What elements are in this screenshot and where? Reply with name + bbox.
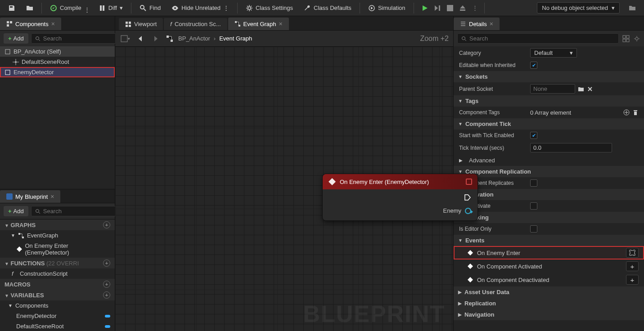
close-icon[interactable]: ×	[279, 20, 283, 27]
event-icon	[467, 277, 473, 283]
save-button[interactable]	[4, 3, 20, 13]
tree-item-enemy-detector[interactable]: EnemyDetector	[0, 67, 115, 77]
section-asset-user-data[interactable]: ▶Asset User Data	[454, 286, 644, 298]
graph-icon	[234, 21, 241, 27]
add-component-button[interactable]: +Add	[4, 33, 28, 44]
tab-construction-script[interactable]: f Construction Sc...	[164, 18, 227, 30]
debug-object-dropdown[interactable]: No debug object selected ▾	[537, 2, 620, 13]
clear-icon[interactable]	[587, 86, 593, 92]
bp-item-on-enemy-enter[interactable]: On Enemy Enter (EnemyDetector)	[0, 241, 115, 258]
add-element-button[interactable]	[623, 109, 630, 116]
parent-socket-field[interactable]: None	[530, 84, 575, 94]
tree-item-default-scene-root[interactable]: DefaultSceneRoot	[0, 57, 115, 67]
svg-point-8	[36, 36, 39, 40]
find-button[interactable]: Find	[135, 3, 165, 13]
close-icon[interactable]: ×	[51, 20, 55, 27]
browse-icon[interactable]	[578, 86, 584, 92]
components-search-input[interactable]	[43, 35, 119, 42]
property-matrix-button[interactable]	[621, 34, 630, 43]
simulation-button[interactable]: Simulation	[364, 3, 410, 13]
play-button[interactable]	[419, 3, 430, 13]
tab-viewport[interactable]: Viewport	[119, 18, 163, 30]
event-node-on-enemy-enter[interactable]: On Enemy Enter (EnemyDetector) Enemy	[322, 174, 478, 221]
compile-icon	[50, 4, 57, 12]
tab-event-graph[interactable]: Event Graph ×	[228, 18, 289, 30]
add-event-button[interactable]: +	[626, 261, 639, 271]
editor-only-checkbox[interactable]	[530, 225, 537, 233]
breakpoint-toggle[interactable]	[466, 179, 472, 185]
components-icon	[6, 21, 13, 27]
class-settings-button[interactable]: Class Settings	[241, 3, 297, 13]
start-tick-checkbox[interactable]	[530, 132, 537, 139]
bp-item-eventgraph[interactable]: ▼ EventGraph	[0, 230, 115, 241]
var-enemy-detector[interactable]: EnemyDetector	[0, 311, 115, 321]
play-options-button[interactable]: ⋮	[470, 3, 481, 13]
breadcrumb[interactable]: BP_AnActor › Event Graph	[178, 35, 252, 42]
section-activation[interactable]: ▼Activation	[454, 189, 644, 200]
section-component-replication[interactable]: ▼Component Replication	[454, 166, 644, 177]
stop-icon	[447, 5, 453, 11]
section-tags[interactable]: ▼Tags	[454, 95, 644, 107]
editable-inherited-checkbox[interactable]	[530, 62, 537, 69]
section-replication[interactable]: ▶Replication	[454, 298, 644, 309]
section-graphs[interactable]: ▼ GRAPHS +	[0, 219, 115, 230]
add-graph-button[interactable]: +	[103, 221, 110, 228]
browse-button[interactable]	[22, 3, 38, 13]
diff-label: Diff	[108, 4, 117, 11]
section-events[interactable]: ▼Events	[454, 235, 644, 246]
add-new-button[interactable]: +Add	[4, 206, 28, 216]
bp-item-construction-script[interactable]: f ConstructionScript	[0, 268, 115, 279]
step-button[interactable]	[432, 3, 443, 13]
view-event-button[interactable]	[626, 248, 639, 258]
nav-back-button[interactable]	[135, 33, 146, 44]
browse-to-asset-button[interactable]	[624, 3, 640, 13]
compile-button[interactable]: Compile ⋮	[45, 3, 92, 13]
section-navigation[interactable]: ▶Navigation	[454, 309, 644, 320]
gear-icon[interactable]	[633, 35, 640, 42]
section-functions[interactable]: ▼ FUNCTIONS (22 OVERRI +	[0, 258, 115, 268]
section-advanced[interactable]: ▶Advanced	[454, 154, 644, 166]
nav-forward-button[interactable]	[150, 33, 161, 44]
output-pin-enemy[interactable]: Enemy	[443, 207, 471, 214]
tree-item-root[interactable]: BP_AnActor (Self)	[0, 46, 115, 57]
tab-my-blueprint[interactable]: My Blueprint ×	[0, 190, 60, 203]
event-graph-canvas[interactable]: On Enemy Enter (EnemyDetector) Enemy BLU…	[115, 47, 453, 331]
prop-start-tick-label: Start with Tick Enabled	[459, 132, 527, 139]
category-dropdown[interactable]: Default▾	[530, 48, 577, 58]
diff-button[interactable]: Diff ▾	[94, 3, 127, 13]
search-icon	[35, 36, 41, 41]
svg-rect-30	[623, 39, 626, 42]
section-cooking[interactable]: ▼Cooking	[454, 212, 644, 223]
var-default-scene-root[interactable]: DefaultSceneRoot	[0, 321, 115, 331]
exec-out-pin[interactable]	[464, 194, 471, 201]
graph-menu-button[interactable]: ▾	[120, 33, 131, 44]
svg-point-27	[462, 36, 465, 40]
add-macro-button[interactable]: +	[103, 281, 110, 288]
auto-activate-checkbox[interactable]	[530, 202, 537, 210]
svg-rect-31	[626, 39, 629, 42]
section-sockets[interactable]: ▼Sockets	[454, 71, 644, 82]
close-icon[interactable]: ×	[50, 193, 54, 200]
myblueprint-search-input[interactable]	[43, 208, 119, 215]
class-defaults-button[interactable]: Class Defaults	[299, 3, 356, 13]
hide-unrelated-button[interactable]: Hide Unrelated ⋮	[167, 3, 234, 13]
tick-interval-input[interactable]	[530, 143, 612, 152]
eject-button[interactable]	[457, 3, 468, 13]
stop-button[interactable]	[445, 3, 455, 13]
event-on-component-deactivated[interactable]: On Component Deactivated +	[454, 273, 644, 286]
details-search-input[interactable]	[469, 35, 615, 42]
add-variable-button[interactable]: +	[103, 291, 110, 299]
add-event-button[interactable]: +	[626, 275, 639, 285]
add-function-button[interactable]: +	[103, 259, 110, 267]
tab-components[interactable]: Components ×	[0, 18, 61, 30]
section-component-tick[interactable]: ▼Component Tick	[454, 118, 644, 130]
section-variables[interactable]: ▼ VARIABLES +	[0, 290, 115, 300]
component-replicates-checkbox[interactable]	[530, 179, 537, 187]
tab-details[interactable]: Details ×	[454, 18, 500, 30]
close-icon[interactable]: ×	[490, 20, 493, 27]
empty-array-button[interactable]	[632, 109, 639, 116]
event-on-component-activated[interactable]: On Component Activated +	[454, 259, 644, 273]
event-on-enemy-enter[interactable]: On Enemy Enter	[454, 246, 644, 259]
section-macros[interactable]: MACROS +	[0, 279, 115, 290]
var-category-components[interactable]: ▼ Components	[0, 300, 115, 311]
